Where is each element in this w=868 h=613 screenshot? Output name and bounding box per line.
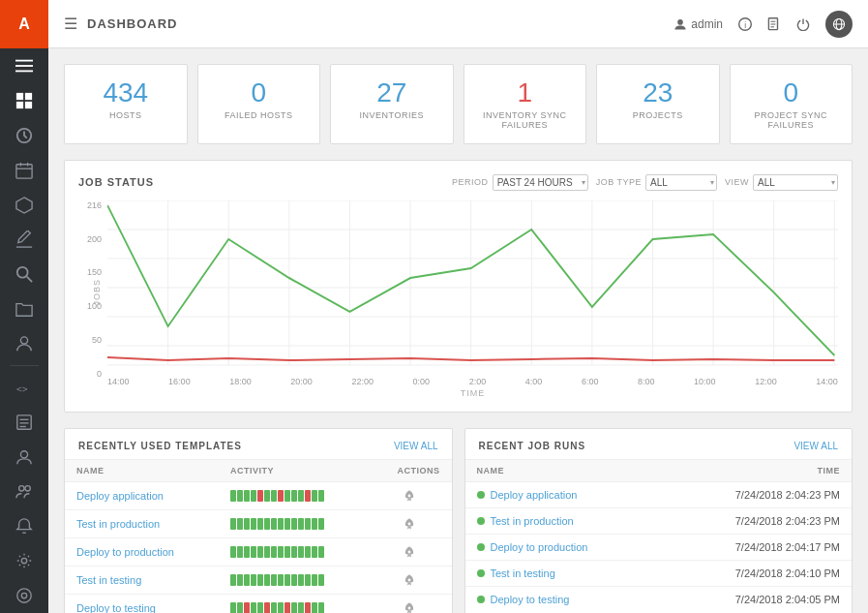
activity-bar-success [237, 490, 243, 502]
job-run-name-link[interactable]: Deploy application [491, 489, 578, 501]
sidebar-item-portal[interactable] [0, 188, 48, 223]
sidebar-item-schedules[interactable] [0, 153, 48, 188]
sidebar-item-credentials[interactable] [0, 257, 48, 291]
info-button[interactable]: i [738, 17, 752, 31]
status-dot [477, 517, 485, 525]
activity-bar-success [312, 546, 317, 558]
activity-bar-success [237, 518, 243, 530]
hamburger-button[interactable]: ☰ [64, 15, 77, 33]
launch-template-button[interactable] [379, 489, 440, 503]
template-name-cell: Test in production [65, 509, 219, 537]
activity-bar-success [244, 518, 250, 530]
job-run-name-link[interactable]: Test in testing [491, 567, 555, 579]
sidebar-item-templates[interactable] [0, 222, 48, 257]
stat-value-hosts: 434 [75, 78, 177, 108]
job-run-name-cell: Deploy application [465, 481, 664, 507]
sidebar-item-projects[interactable] [0, 291, 48, 326]
activity-bar-success [298, 518, 304, 530]
activity-bar-success [271, 518, 277, 530]
job-run-name-link[interactable]: Deploy to production [491, 541, 588, 553]
stats-row: 434 HOSTS 0 FAILED HOSTS 27 INVENTORIES … [64, 64, 853, 144]
svg-point-24 [25, 486, 30, 491]
sidebar-item-api[interactable]: <> [0, 370, 48, 405]
x-tick-0200: 2:00 [469, 377, 487, 386]
jobtype-select-wrapper[interactable]: ALL PLAYBOOK SCM [645, 174, 717, 191]
sidebar-item-inventory[interactable] [0, 326, 48, 361]
activity-bar-success [284, 574, 290, 586]
job-run-time: 7/24/2018 2:04:05 PM [663, 586, 852, 612]
folder-icon [15, 300, 33, 318]
view-select-wrapper[interactable]: ALL SUCCESSFUL FAILED [753, 174, 838, 191]
gear-icon [15, 552, 33, 569]
y-tick-200: 200 [87, 234, 102, 244]
x-tick-0800: 8:00 [638, 377, 655, 386]
stat-failed-hosts: 0 FAILED HOSTS [197, 64, 321, 144]
activity-bar-success [318, 574, 324, 586]
launch-template-button[interactable] [379, 601, 440, 613]
period-select[interactable]: PAST 24 HOURS PAST WEEK PAST MONTH [493, 174, 588, 191]
sidebar-item-users[interactable] [0, 440, 48, 475]
jobtype-select[interactable]: ALL PLAYBOOK SCM [645, 174, 717, 191]
activity-bar-success [257, 518, 263, 530]
sidebar-item-management[interactable] [0, 543, 48, 578]
x-axis: 14:00 16:00 18:00 20:00 22:00 0:00 2:00 … [107, 377, 838, 386]
app-logo[interactable]: A [0, 0, 48, 48]
globe-button[interactable] [825, 11, 853, 38]
svg-text:<>: <> [16, 383, 28, 393]
template-name-link[interactable]: Deploy to production [76, 546, 174, 558]
job-run-name-wrapper: Deploy to production [477, 541, 652, 553]
sidebar-item-notifications[interactable] [0, 508, 48, 543]
stat-inv-sync-failures: 1 INVENTORY SYNC FAILURES [464, 64, 587, 144]
portal-icon [15, 197, 33, 214]
docs-icon [767, 17, 781, 31]
power-button[interactable] [796, 17, 810, 31]
svg-point-29 [678, 19, 684, 25]
sidebar-item-teams[interactable] [0, 475, 48, 509]
launch-template-button[interactable] [379, 573, 440, 587]
stat-label-proj-sync: PROJECT SYNC FAILURES [740, 110, 843, 130]
chart-wrapper: 216 200 150 100 50 0 JOBS [78, 200, 838, 398]
template-name-link[interactable]: Deploy application [76, 490, 164, 502]
activity-bar-success [284, 518, 290, 530]
template-name-link[interactable]: Test in testing [76, 574, 141, 586]
sidebar-item-reports[interactable] [0, 405, 48, 440]
templates-view-all[interactable]: VIEW ALL [394, 441, 438, 451]
sidebar-item-menu[interactable] [0, 48, 48, 83]
launch-template-button[interactable] [379, 545, 440, 559]
docs-button[interactable] [767, 17, 781, 31]
y-tick-216: 216 [87, 200, 102, 210]
job-runs-view-all[interactable]: VIEW ALL [793, 441, 838, 451]
stat-value-projects: 23 [607, 78, 709, 108]
sidebar-item-jobs[interactable] [0, 118, 48, 153]
launch-template-button[interactable] [379, 517, 440, 531]
x-tick-0400: 4:00 [525, 377, 543, 386]
template-name-link[interactable]: Deploy to testing [76, 602, 156, 613]
calendar-icon [15, 162, 33, 179]
view-select[interactable]: ALL SUCCESSFUL FAILED [753, 174, 838, 191]
activity-bar-success [244, 546, 250, 558]
svg-point-58 [408, 494, 411, 497]
job-run-name-link[interactable]: Test in production [491, 515, 574, 527]
sidebar-item-settings[interactable] [0, 578, 48, 613]
jobtype-label: JOB TYPE [596, 177, 642, 187]
list-icon [15, 414, 33, 431]
job-run-name-cell: Test in testing [465, 560, 664, 586]
period-select-wrapper[interactable]: PAST 24 HOURS PAST WEEK PAST MONTH [493, 174, 588, 191]
job-run-name-wrapper: Deploy application [477, 489, 652, 501]
activity-bar-success [264, 574, 270, 586]
stat-projects: 23 PROJECTS [596, 64, 720, 144]
table-row: Deploy to production7/24/2018 2:04:17 PM [465, 534, 853, 560]
y-tick-150: 150 [87, 267, 102, 277]
activity-bar-success [251, 574, 256, 586]
activity-bar-fail [244, 602, 250, 613]
templates-col-actions: ACTIONS [368, 460, 452, 482]
svg-point-59 [408, 522, 411, 525]
activity-bar-success [312, 602, 317, 613]
job-run-name-link[interactable]: Deploy to testing [491, 594, 570, 605]
user-menu[interactable]: admin [673, 17, 723, 31]
job-run-time: 7/24/2018 2:04:10 PM [663, 560, 852, 586]
activity-bar-success [251, 546, 256, 558]
template-name-link[interactable]: Test in production [76, 518, 160, 530]
teams-icon [15, 482, 33, 500]
sidebar-item-dashboard[interactable] [0, 83, 48, 118]
